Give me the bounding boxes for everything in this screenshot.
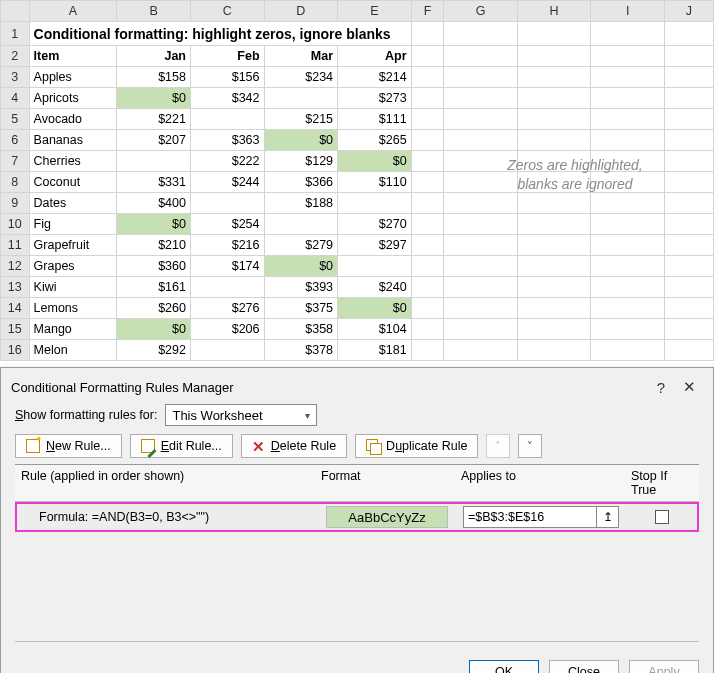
cell[interactable] bbox=[664, 298, 713, 319]
cell[interactable] bbox=[591, 67, 665, 88]
cell[interactable] bbox=[444, 319, 518, 340]
cell[interactable] bbox=[411, 277, 444, 298]
cell[interactable] bbox=[411, 151, 444, 172]
value-cell[interactable] bbox=[190, 340, 264, 361]
header-month[interactable]: Jan bbox=[117, 46, 191, 67]
value-cell[interactable]: $215 bbox=[264, 109, 338, 130]
item-cell[interactable]: Coconut bbox=[29, 172, 117, 193]
cell[interactable] bbox=[444, 67, 518, 88]
value-cell[interactable]: $297 bbox=[338, 235, 412, 256]
help-icon[interactable]: ? bbox=[647, 379, 675, 396]
value-cell[interactable]: $129 bbox=[264, 151, 338, 172]
value-cell[interactable] bbox=[190, 109, 264, 130]
cell[interactable] bbox=[444, 130, 518, 151]
cell[interactable] bbox=[517, 109, 591, 130]
value-cell[interactable]: $216 bbox=[190, 235, 264, 256]
row-header[interactable]: 2 bbox=[1, 46, 30, 67]
cell[interactable] bbox=[591, 109, 665, 130]
cell[interactable] bbox=[444, 256, 518, 277]
cell[interactable] bbox=[517, 67, 591, 88]
cell[interactable] bbox=[444, 277, 518, 298]
select-all-corner[interactable] bbox=[1, 1, 30, 22]
cell[interactable] bbox=[517, 88, 591, 109]
value-cell[interactable] bbox=[338, 256, 412, 277]
cell[interactable] bbox=[411, 340, 444, 361]
cell[interactable] bbox=[591, 277, 665, 298]
cell[interactable] bbox=[411, 319, 444, 340]
row-header[interactable]: 7 bbox=[1, 151, 30, 172]
cell[interactable] bbox=[517, 256, 591, 277]
cell[interactable] bbox=[517, 214, 591, 235]
value-cell[interactable]: $254 bbox=[190, 214, 264, 235]
value-cell[interactable]: $393 bbox=[264, 277, 338, 298]
item-cell[interactable]: Kiwi bbox=[29, 277, 117, 298]
value-cell[interactable]: $0 bbox=[338, 151, 412, 172]
value-cell[interactable]: $240 bbox=[338, 277, 412, 298]
cell[interactable] bbox=[411, 67, 444, 88]
value-cell[interactable]: $181 bbox=[338, 340, 412, 361]
value-cell[interactable] bbox=[338, 193, 412, 214]
value-cell[interactable]: $260 bbox=[117, 298, 191, 319]
move-down-button[interactable]: ˅ bbox=[518, 434, 542, 458]
stop-if-true-checkbox[interactable] bbox=[655, 510, 669, 524]
value-cell[interactable]: $400 bbox=[117, 193, 191, 214]
cell[interactable] bbox=[591, 130, 665, 151]
value-cell[interactable]: $206 bbox=[190, 319, 264, 340]
item-cell[interactable]: Apples bbox=[29, 67, 117, 88]
cell[interactable] bbox=[664, 88, 713, 109]
cell[interactable] bbox=[517, 319, 591, 340]
cell[interactable] bbox=[591, 235, 665, 256]
cell[interactable] bbox=[444, 151, 518, 172]
cell[interactable] bbox=[664, 109, 713, 130]
row-header[interactable]: 13 bbox=[1, 277, 30, 298]
cell[interactable] bbox=[664, 46, 713, 67]
cell[interactable] bbox=[517, 46, 591, 67]
cell[interactable] bbox=[444, 340, 518, 361]
cell[interactable] bbox=[664, 151, 713, 172]
row-header[interactable]: 12 bbox=[1, 256, 30, 277]
cell[interactable] bbox=[444, 22, 518, 46]
value-cell[interactable] bbox=[264, 88, 338, 109]
col-header[interactable]: E bbox=[338, 1, 412, 22]
cell[interactable] bbox=[664, 319, 713, 340]
value-cell[interactable]: $273 bbox=[338, 88, 412, 109]
value-cell[interactable]: $210 bbox=[117, 235, 191, 256]
cell[interactable] bbox=[591, 298, 665, 319]
cell[interactable] bbox=[411, 46, 444, 67]
cell[interactable] bbox=[444, 298, 518, 319]
value-cell[interactable]: $188 bbox=[264, 193, 338, 214]
col-header[interactable]: B bbox=[117, 1, 191, 22]
cell[interactable] bbox=[664, 67, 713, 88]
row-header[interactable]: 11 bbox=[1, 235, 30, 256]
value-cell[interactable]: $363 bbox=[190, 130, 264, 151]
cell[interactable] bbox=[411, 88, 444, 109]
value-cell[interactable]: $342 bbox=[190, 88, 264, 109]
row-header[interactable]: 14 bbox=[1, 298, 30, 319]
col-header[interactable]: H bbox=[517, 1, 591, 22]
cell[interactable] bbox=[664, 172, 713, 193]
row-header[interactable]: 6 bbox=[1, 130, 30, 151]
col-header[interactable]: G bbox=[444, 1, 518, 22]
cell[interactable] bbox=[664, 235, 713, 256]
cell[interactable] bbox=[444, 193, 518, 214]
value-cell[interactable]: $222 bbox=[190, 151, 264, 172]
value-cell[interactable]: $292 bbox=[117, 340, 191, 361]
cell[interactable] bbox=[664, 256, 713, 277]
value-cell[interactable]: $279 bbox=[264, 235, 338, 256]
cell[interactable] bbox=[411, 172, 444, 193]
cell[interactable] bbox=[411, 22, 444, 46]
spreadsheet-grid[interactable]: A B C D E F G H I J 1Conditional formatt… bbox=[0, 0, 714, 361]
value-cell[interactable]: $214 bbox=[338, 67, 412, 88]
cell[interactable] bbox=[591, 319, 665, 340]
value-cell[interactable]: $0 bbox=[338, 298, 412, 319]
value-cell[interactable] bbox=[190, 193, 264, 214]
cell[interactable] bbox=[517, 151, 591, 172]
cell[interactable] bbox=[517, 172, 591, 193]
value-cell[interactable]: $265 bbox=[338, 130, 412, 151]
value-cell[interactable] bbox=[190, 277, 264, 298]
cell[interactable] bbox=[444, 109, 518, 130]
item-cell[interactable]: Melon bbox=[29, 340, 117, 361]
cell[interactable] bbox=[411, 130, 444, 151]
cell[interactable] bbox=[444, 214, 518, 235]
cell[interactable] bbox=[591, 88, 665, 109]
